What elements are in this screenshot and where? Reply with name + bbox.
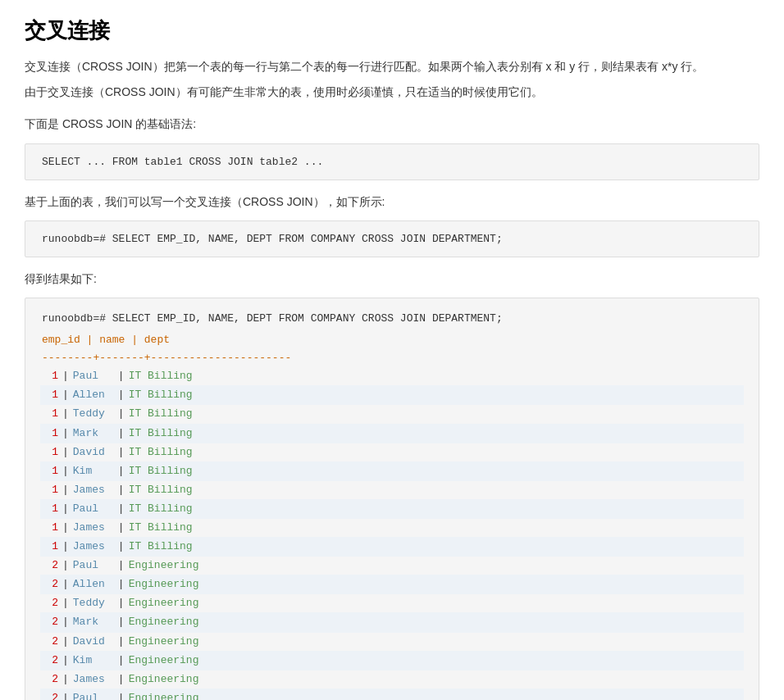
col-name: Paul [73,557,114,575]
col-name: Paul [73,500,114,518]
col-name: David [73,443,114,461]
table-row: 1 | Paul | IT Billing [40,499,744,519]
syntax-code-block: SELECT ... FROM table1 CROSS JOIN table2… [25,143,759,180]
col-id: 1 [42,481,58,499]
col-id: 2 [42,594,58,612]
col-name: James [73,670,114,689]
table-row: 1 | Teddy | IT Billing [42,405,742,423]
col-id: 2 [42,689,58,700]
table-row: 2 | Paul | Engineering [40,689,744,700]
col-dept: IT Billing [129,519,193,537]
col-dept: IT Billing [129,367,193,385]
col-dept: Engineering [129,689,199,700]
col-id: 1 [42,367,58,385]
col-name: James [73,519,114,537]
col-name: Paul [73,367,114,385]
col-id: 1 [42,500,58,518]
col-dept: Engineering [129,557,199,575]
col-id: 2 [42,652,58,670]
col-id: 1 [42,462,58,480]
col-name: Teddy [73,405,114,423]
col-name: Mark [73,613,114,631]
example-code-text: runoobdb=# SELECT EMP_ID, NAME, DEPT FRO… [42,233,503,245]
result-rows-container: 1 | Paul | IT Billing1 | Allen | IT Bill… [42,367,742,700]
col-dept: IT Billing [129,500,193,518]
syntax-label: 下面是 CROSS JOIN 的基础语法: [25,114,759,134]
col-id: 1 [42,386,58,404]
col-id: 2 [42,557,58,575]
result-block: runoobdb=# SELECT EMP_ID, NAME, DEPT FRO… [25,298,759,700]
col-id: 1 [42,538,58,556]
table-row: 1 | James | IT Billing [42,519,742,537]
table-row: 2 | James | Engineering [42,670,742,689]
table-row: 1 | James | IT Billing [40,537,744,557]
syntax-code-text: SELECT ... FROM table1 CROSS JOIN table2… [42,156,323,168]
table-row: 2 | Kim | Engineering [40,651,744,670]
col-dept: IT Billing [129,425,193,443]
table-row: 2 | Teddy | Engineering [42,594,742,612]
page-title: 交叉连接 [25,16,759,45]
col-dept: Engineering [129,633,199,651]
table-row: 1 | Allen | IT Billing [40,385,744,405]
col-name: David [73,633,114,651]
col-dept: Engineering [129,575,199,593]
col-name: Paul [73,689,114,700]
col-name: Allen [73,386,114,404]
col-dept: Engineering [129,613,199,631]
intro-paragraph-1: 交叉连接（CROSS JOIN）把第一个表的每一行与第二个表的每一行进行匹配。如… [25,57,759,77]
col-name: Mark [73,425,114,443]
col-name: James [73,538,114,556]
table-row: 1 | Mark | IT Billing [40,424,744,443]
col-id: 1 [42,405,58,423]
col-id: 2 [42,670,58,689]
table-row: 2 | Paul | Engineering [42,557,742,575]
example-code-block: runoobdb=# SELECT EMP_ID, NAME, DEPT FRO… [25,220,759,257]
col-name: James [73,481,114,499]
col-dept: IT Billing [129,386,193,404]
table-row: 1 | Paul | IT Billing [42,367,742,385]
col-dept: IT Billing [129,443,193,461]
col-name: Kim [73,462,114,480]
col-dept: Engineering [129,652,199,670]
col-id: 1 [42,425,58,443]
result-cmd-line: runoobdb=# SELECT EMP_ID, NAME, DEPT FRO… [42,310,742,328]
table-row: 2 | David | Engineering [42,633,742,651]
col-dept: IT Billing [129,405,193,423]
col-dept: IT Billing [129,538,193,556]
col-name: Allen [73,575,114,593]
table-row: 1 | James | IT Billing [42,481,742,499]
result-label: 得到结果如下: [25,269,759,289]
col-dept: Engineering [129,594,199,612]
result-separator: --------+-------+---------------------- [42,349,742,367]
col-name: Kim [73,652,114,670]
col-dept: IT Billing [129,462,193,480]
table-row: 1 | Kim | IT Billing [40,461,744,481]
col-name: Teddy [73,594,114,612]
table-row: 1 | David | IT Billing [42,443,742,461]
col-dept: Engineering [129,670,199,689]
col-id: 1 [42,519,58,537]
col-id: 2 [42,613,58,631]
col-id: 2 [42,633,58,651]
table-row: 2 | Mark | Engineering [40,612,744,632]
col-id: 1 [42,443,58,461]
result-header-cols: emp_id | name | dept [42,331,742,349]
example-label: 基于上面的表，我们可以写一个交叉连接（CROSS JOIN），如下所示: [25,192,759,212]
col-id: 2 [42,575,58,593]
table-row: 2 | Allen | Engineering [40,575,744,594]
col-dept: IT Billing [129,481,193,499]
intro-paragraph-2: 由于交叉连接（CROSS JOIN）有可能产生非常大的表，使用时必须谨慎，只在适… [25,82,759,102]
